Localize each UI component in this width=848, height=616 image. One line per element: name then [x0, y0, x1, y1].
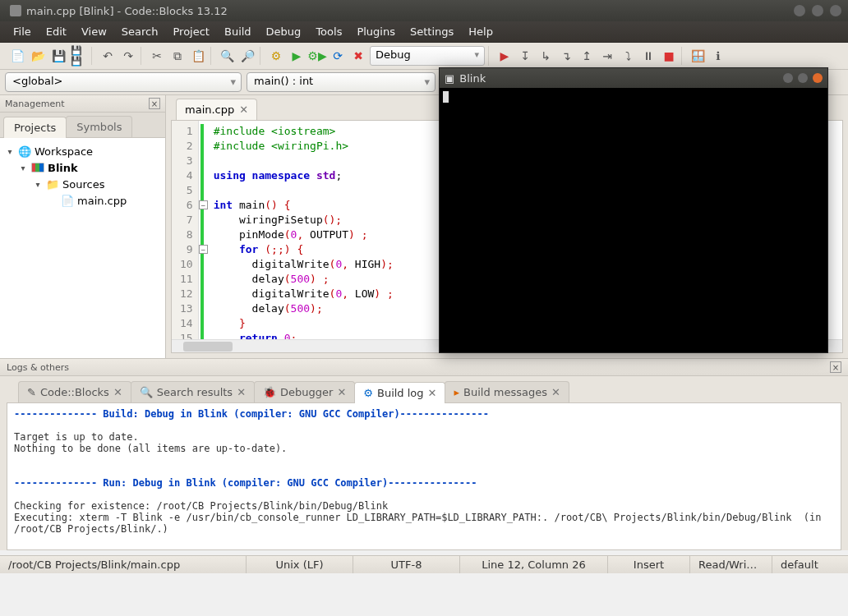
logtab-label: Build log: [377, 387, 424, 399]
console-maximize-button[interactable]: [798, 73, 808, 83]
menu-file[interactable]: File: [7, 24, 38, 39]
log-line: -------------- Build: Debug in Blink (co…: [14, 408, 489, 420]
find-replace-icon[interactable]: 🔎: [238, 47, 256, 65]
editor-tab-main[interactable]: main.cpp ✕: [176, 99, 257, 120]
tab-projects[interactable]: Projects: [3, 117, 67, 138]
scope-select-right[interactable]: main() : int: [247, 72, 436, 92]
debug-windows-icon[interactable]: 🪟: [689, 47, 707, 65]
copy-icon[interactable]: ⧉: [168, 47, 187, 65]
debug-continue-icon[interactable]: ▶: [495, 47, 514, 65]
tree-folder-sources[interactable]: ▾ 📁 Sources: [3, 176, 162, 192]
console-titlebar[interactable]: ▣ Blink: [440, 68, 827, 88]
logtab-close-icon[interactable]: ✕: [337, 386, 346, 398]
build-target-select[interactable]: Debug: [370, 46, 485, 66]
scope-left-value: <global>: [12, 75, 62, 87]
logtab-close-icon[interactable]: ✕: [237, 386, 246, 398]
close-button[interactable]: [830, 5, 841, 16]
code-content[interactable]: #include <iostream>#include <wiringPi.h>…: [209, 121, 399, 352]
stop-debug-icon[interactable]: ■: [660, 47, 678, 65]
build-run-icon[interactable]: ⚙▶: [308, 47, 326, 65]
folder-icon: 📁: [46, 177, 59, 191]
console-minimize-button[interactable]: [783, 73, 793, 83]
menu-debug[interactable]: Debug: [260, 24, 308, 39]
logtab-close-icon[interactable]: ✕: [113, 386, 122, 398]
menu-project[interactable]: Project: [166, 24, 215, 39]
logtab-codeblocks[interactable]: ✎Code::Blocks✕: [18, 381, 131, 402]
menu-tools[interactable]: Tools: [309, 24, 348, 39]
tab-symbols[interactable]: Symbols: [66, 116, 132, 137]
save-icon[interactable]: 💾: [49, 47, 67, 65]
redo-icon[interactable]: ↷: [119, 47, 137, 65]
logtab-label: Code::Blocks: [40, 386, 109, 398]
logtab-debugger[interactable]: 🐞Debugger✕: [254, 381, 355, 402]
menu-help[interactable]: Help: [462, 24, 500, 39]
minimize-button[interactable]: [794, 5, 805, 16]
console-cursor: [443, 91, 449, 103]
disclosure-icon[interactable]: ▾: [5, 147, 15, 156]
menu-edit[interactable]: Edit: [39, 24, 73, 39]
toolbar: 📄 📂 💾 💾💾 ↶ ↷ ✂ ⧉ 📋 🔍 🔎 ⚙ ▶ ⚙▶ ⟳ ✖ Debug …: [0, 43, 848, 70]
logtab-close-icon[interactable]: ✕: [428, 387, 437, 399]
build-icon[interactable]: ⚙: [267, 47, 285, 65]
logtab-bug-icon: 🐞: [263, 386, 276, 398]
app-icon: [10, 5, 21, 16]
break-icon[interactable]: ⏸: [639, 47, 657, 65]
menu-plugins[interactable]: Plugins: [350, 24, 402, 39]
paste-icon[interactable]: 📋: [189, 47, 207, 65]
open-icon[interactable]: 📂: [29, 47, 47, 65]
tree-file-main[interactable]: 📄 main.cpp: [3, 192, 162, 209]
step-into-instr-icon[interactable]: ⤵: [619, 47, 637, 65]
tree-file-label: main.cpp: [77, 195, 127, 207]
disclosure-icon[interactable]: ▾: [18, 163, 28, 172]
line-gutter: 1234567891011121314151617: [172, 121, 199, 352]
run-icon[interactable]: ▶: [288, 47, 306, 65]
cut-icon[interactable]: ✂: [148, 47, 166, 65]
new-file-icon[interactable]: 📄: [8, 47, 26, 65]
tree-project[interactable]: ▾ Blink: [3, 159, 162, 176]
console-window[interactable]: ▣ Blink: [439, 67, 828, 353]
logs-close-icon[interactable]: ×: [830, 361, 841, 373]
menu-build[interactable]: Build: [218, 24, 258, 39]
maximize-button[interactable]: [812, 5, 823, 16]
window-titlebar: main.cpp [Blink] - Code::Blocks 13.12: [0, 0, 848, 21]
logtab-label: Debugger: [280, 386, 333, 398]
scope-select-left[interactable]: <global>: [5, 72, 242, 92]
fold-margin[interactable]: −−: [199, 121, 209, 352]
step-out-icon[interactable]: ↥: [578, 47, 596, 65]
log-line: Target is up to date.: [14, 431, 139, 443]
logtab-search[interactable]: 🔍Search results✕: [131, 381, 255, 402]
logtab-close-icon[interactable]: ✕: [551, 386, 560, 398]
project-icon: [31, 161, 44, 174]
log-line: Checking for existence: /root/CB Project…: [14, 500, 388, 512]
project-tree[interactable]: ▾ 🌐 Workspace ▾ Blink ▾ 📁 Sources 📄 main…: [0, 138, 165, 358]
management-close-icon[interactable]: ×: [149, 98, 160, 109]
abort-icon[interactable]: ✖: [349, 47, 367, 65]
scrollbar-thumb[interactable]: [183, 342, 233, 352]
menu-settings[interactable]: Settings: [403, 24, 460, 39]
console-close-button[interactable]: [813, 73, 823, 83]
run-to-cursor-icon[interactable]: ↧: [516, 47, 534, 65]
save-all-icon[interactable]: 💾💾: [70, 47, 88, 65]
console-output[interactable]: [440, 88, 827, 352]
step-into-icon[interactable]: ↴: [557, 47, 575, 65]
tree-workspace[interactable]: ▾ 🌐 Workspace: [3, 143, 162, 159]
editor-tab-close-icon[interactable]: ✕: [239, 103, 248, 116]
menu-view[interactable]: View: [75, 24, 113, 39]
rebuild-icon[interactable]: ⟳: [329, 47, 347, 65]
logtab-gear-icon: ⚙: [363, 387, 373, 399]
logtab-search-icon: 🔍: [140, 386, 153, 398]
tree-workspace-label: Workspace: [35, 145, 93, 158]
logtab-buildmsg[interactable]: ▸Build messages✕: [445, 381, 569, 402]
logtab-buildlog[interactable]: ⚙Build log✕: [354, 382, 445, 403]
info-icon[interactable]: ℹ: [709, 47, 727, 65]
next-instr-icon[interactable]: ⇥: [598, 47, 616, 65]
undo-icon[interactable]: ↶: [99, 47, 117, 65]
find-icon[interactable]: 🔍: [218, 47, 236, 65]
logtab-pencil-icon: ✎: [27, 386, 36, 398]
menu-search[interactable]: Search: [115, 24, 165, 39]
file-icon: 📄: [61, 194, 74, 207]
build-log-output[interactable]: -------------- Build: Debug in Blink (co…: [7, 402, 841, 550]
status-highlight: default: [772, 556, 848, 573]
next-line-icon[interactable]: ↳: [537, 47, 555, 65]
disclosure-icon[interactable]: ▾: [33, 180, 43, 189]
